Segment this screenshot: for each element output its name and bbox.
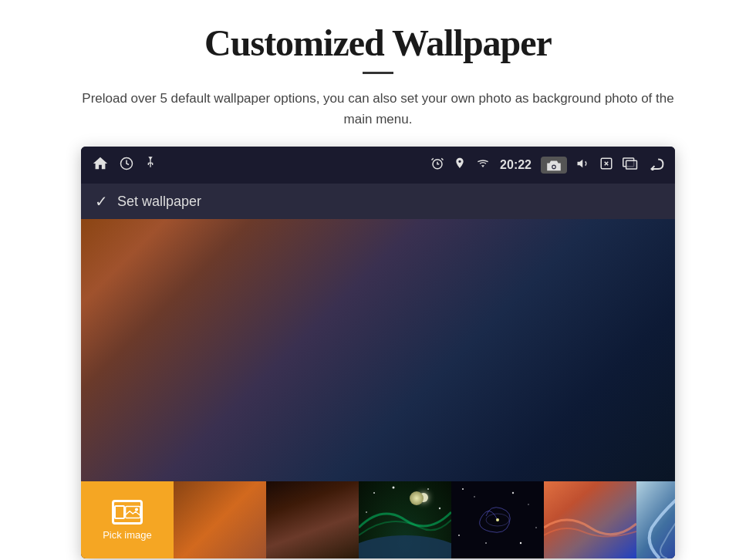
thumbnail-5[interactable] xyxy=(544,481,636,558)
svg-point-32 xyxy=(528,504,529,505)
svg-point-31 xyxy=(512,492,514,494)
location-icon xyxy=(454,157,466,174)
page-title: Customized Wallpaper xyxy=(204,23,552,64)
set-wallpaper-label: Set wallpaper xyxy=(117,194,201,210)
svg-point-23 xyxy=(427,488,429,490)
svg-point-21 xyxy=(373,492,375,494)
svg-point-36 xyxy=(520,542,521,544)
checkmark-icon: ✓ xyxy=(95,192,108,211)
svg-point-34 xyxy=(535,527,537,528)
svg-point-18 xyxy=(135,508,138,511)
svg-point-30 xyxy=(474,496,475,498)
page-wrapper: Customized Wallpaper Preload over 5 defa… xyxy=(0,0,756,560)
clock-icon xyxy=(120,157,133,174)
svg-point-37 xyxy=(496,518,499,521)
usb-icon xyxy=(144,156,157,175)
pick-label: Pick image xyxy=(103,529,152,541)
svg-point-33 xyxy=(458,535,460,536)
svg-line-6 xyxy=(432,158,434,160)
svg-line-7 xyxy=(441,158,443,160)
thumbnail-strip: Pick image xyxy=(81,481,675,558)
status-left xyxy=(92,155,157,176)
pick-icon xyxy=(112,500,143,525)
toolbar-row: ✓ Set wallpaper xyxy=(81,184,675,219)
svg-point-35 xyxy=(485,542,487,544)
svg-point-24 xyxy=(366,511,367,513)
camera-icon xyxy=(541,157,567,174)
svg-point-29 xyxy=(462,488,464,490)
thumbnail-4[interactable] xyxy=(451,481,544,558)
thumbnail-6[interactable] xyxy=(636,481,675,558)
pick-image-tile[interactable]: Pick image xyxy=(81,481,174,558)
close-icon xyxy=(599,157,613,174)
svg-point-22 xyxy=(393,487,395,489)
wallpaper-main xyxy=(81,219,675,481)
page-subtitle: Preload over 5 default wallpaper options… xyxy=(77,88,679,130)
svg-marker-8 xyxy=(481,165,484,167)
back-icon xyxy=(647,157,664,174)
svg-marker-11 xyxy=(578,159,583,167)
svg-point-20 xyxy=(410,491,424,505)
home-icon xyxy=(92,155,109,176)
svg-rect-38 xyxy=(544,481,636,558)
svg-point-25 xyxy=(439,508,440,509)
thumbnail-2[interactable] xyxy=(266,481,359,558)
svg-rect-16 xyxy=(626,160,637,169)
svg-point-26 xyxy=(359,535,451,558)
window-icon xyxy=(623,157,638,174)
thumbnail-1[interactable] xyxy=(174,481,266,558)
status-bar: 20:22 xyxy=(81,147,675,184)
time-display: 20:22 xyxy=(500,158,532,172)
device-frame: 20:22 xyxy=(81,147,675,558)
status-right: 20:22 xyxy=(430,157,664,174)
wallpaper-gradient xyxy=(81,219,675,481)
title-divider xyxy=(363,72,393,74)
wifi-icon xyxy=(475,157,491,174)
thumbnail-3[interactable] xyxy=(359,481,451,558)
volume-icon xyxy=(576,157,590,174)
svg-point-10 xyxy=(552,166,555,168)
alarm-icon xyxy=(430,157,444,174)
